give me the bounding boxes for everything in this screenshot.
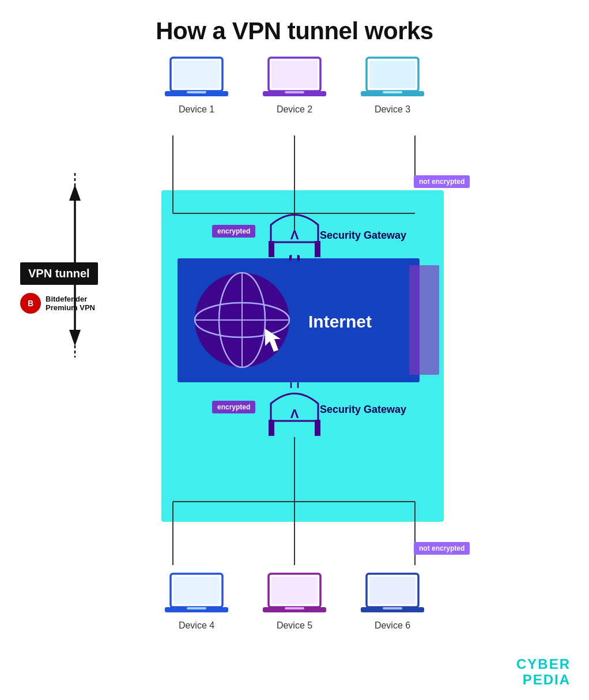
device-6-label: Device 6 — [375, 620, 410, 631]
svg-rect-62 — [369, 577, 416, 604]
device-4: Device 4 — [165, 571, 228, 631]
device-3-label: Device 3 — [375, 104, 410, 115]
top-devices: Device 1 Device 2 Device 3 — [165, 55, 424, 115]
bitdefender-text: Bitdefender Premium VPN — [46, 295, 95, 312]
security-gateway-bottom-label: Security Gateway — [320, 404, 406, 416]
device-3: Device 3 — [361, 55, 424, 115]
page-title: How a VPN tunnel works — [0, 0, 589, 45]
bitdefender-branding: B Bitdefender Premium VPN — [20, 293, 95, 314]
svg-rect-45 — [271, 61, 318, 88]
svg-point-20 — [195, 303, 289, 337]
badge-encrypted-top: encrypted — [212, 225, 255, 238]
svg-rect-10 — [269, 241, 274, 257]
svg-rect-49 — [369, 61, 416, 88]
svg-text:B: B — [28, 299, 33, 308]
device-5-label: Device 5 — [277, 620, 312, 631]
svg-rect-1 — [178, 258, 420, 382]
svg-marker-37 — [69, 330, 81, 346]
svg-rect-2 — [409, 265, 439, 375]
svg-rect-27 — [269, 420, 274, 436]
svg-rect-43 — [187, 91, 206, 93]
svg-rect-54 — [173, 577, 220, 604]
svg-text:Internet: Internet — [308, 312, 372, 331]
svg-rect-11 — [315, 241, 320, 257]
badge-not-encrypted-top: not encrypted — [414, 175, 470, 188]
svg-text:Λ: Λ — [290, 228, 299, 242]
svg-point-18 — [195, 273, 289, 367]
badge-not-encrypted-bottom: not encrypted — [414, 542, 470, 555]
device-4-label: Device 4 — [179, 620, 214, 631]
svg-rect-56 — [187, 607, 206, 609]
svg-rect-64 — [383, 607, 402, 609]
svg-point-19 — [219, 273, 265, 367]
svg-rect-51 — [383, 91, 402, 93]
vpn-tunnel-box: VPN tunnel — [20, 262, 98, 285]
device-5: Device 5 — [263, 571, 326, 631]
svg-text:Λ: Λ — [290, 407, 299, 421]
svg-rect-58 — [271, 577, 318, 604]
security-gateway-top-label: Security Gateway — [320, 229, 406, 242]
device-1-label: Device 1 — [179, 104, 214, 115]
bottom-devices: Device 4 Device 5 Device 6 — [165, 571, 424, 631]
badge-encrypted-bottom: encrypted — [212, 401, 255, 413]
svg-rect-41 — [173, 61, 220, 88]
svg-marker-36 — [69, 185, 81, 201]
cyberpedia-logo: CYBER PEDIA — [516, 657, 571, 687]
svg-rect-60 — [285, 607, 304, 609]
device-1: Device 1 — [165, 55, 228, 115]
device-2-label: Device 2 — [277, 104, 312, 115]
svg-rect-47 — [285, 91, 304, 93]
device-6: Device 6 — [361, 571, 424, 631]
svg-marker-23 — [265, 329, 281, 352]
svg-rect-28 — [315, 420, 320, 436]
device-2: Device 2 — [263, 55, 326, 115]
